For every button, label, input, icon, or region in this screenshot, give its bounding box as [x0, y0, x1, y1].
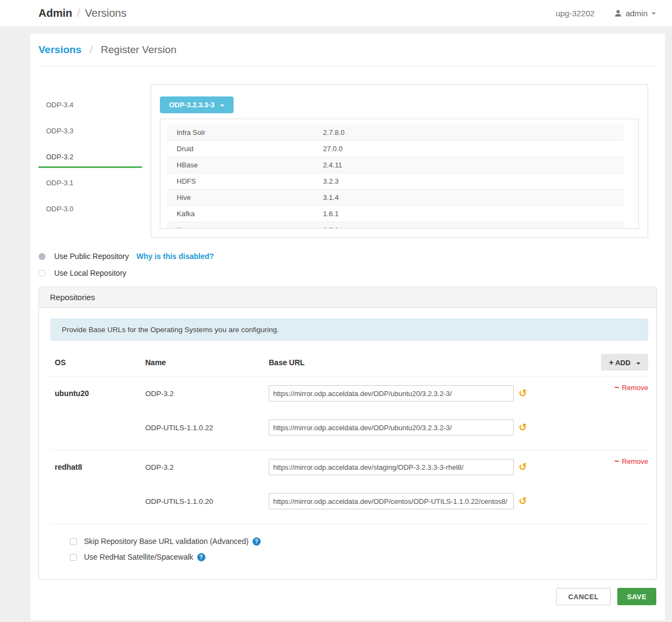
public-repository-radio[interactable] [38, 253, 46, 260]
repo-name: ODP-3.2 [145, 463, 269, 471]
local-repository-radio[interactable] [38, 270, 46, 277]
skip-validation-option: Skip Repository Base URL validation (Adv… [70, 537, 648, 546]
base-url-input[interactable] [269, 385, 514, 401]
base-url-input[interactable] [269, 493, 514, 509]
undo-icon[interactable]: ↺ [519, 423, 527, 432]
topbar: Admin / Versions upg-32202 admin [0, 0, 672, 27]
nav-item-odp-3-0[interactable]: ODP-3.0 [38, 199, 142, 220]
nav-item-odp-3-3[interactable]: ODP-3.3 [38, 121, 142, 142]
help-icon[interactable]: ? [253, 537, 261, 546]
repo-name: ODP-3.2 [145, 390, 269, 398]
service-version: 3.2.3 [323, 177, 339, 185]
service-name: Hive [167, 193, 323, 202]
advanced-options: Skip Repository Base URL validation (Adv… [70, 537, 648, 561]
os-label: redhat8 [50, 463, 145, 471]
local-repository-label: Use Local Repository [54, 269, 126, 277]
service-name: HBase [167, 161, 323, 169]
save-button[interactable]: SAVE [617, 588, 656, 605]
remove-os-link[interactable]: −Remove [615, 457, 648, 465]
repositories-panel-title: Repositories [39, 287, 656, 308]
minus-icon: − [615, 456, 619, 465]
public-repository-label: Use Public Repository [54, 252, 129, 261]
skip-validation-label: Skip Repository Base URL validation (Adv… [84, 537, 249, 546]
why-disabled-link[interactable]: Why is this disabled? [137, 252, 214, 261]
skip-validation-checkbox[interactable] [70, 538, 77, 545]
footer-actions: CANCEL SAVE [38, 588, 657, 605]
chevron-down-icon [220, 105, 224, 107]
service-version: 2.4.11 [323, 161, 342, 169]
service-name: Kafka [167, 210, 323, 218]
repo-name: ODP-UTILS-1.1.0.20 [145, 497, 269, 506]
repo-row: ODP-UTILS-1.1.0.22 ↺ [50, 419, 648, 436]
app-title: Admin [38, 7, 72, 20]
table-row: Infra Solr 2.7.8.0 [167, 125, 624, 141]
table-row: Hive 3.1.4 [167, 190, 624, 206]
build-version-label: ODP-3.2.3.3-3 [169, 101, 215, 109]
repo-row: ODP-UTILS-1.1.0.20 ↺ [50, 493, 648, 509]
column-header-base-url: Base URL [269, 358, 540, 367]
topbar-separator: / [77, 7, 80, 20]
version-detail-box: ODP-3.2.3.3-3 Infra Solr 2.7.8.0 Druid 2… [151, 84, 648, 238]
chevron-down-icon [636, 362, 641, 365]
user-icon [614, 9, 622, 17]
service-name: Druid [167, 145, 323, 153]
username: admin [625, 9, 648, 18]
service-name: HDFS [167, 177, 323, 185]
nav-item-odp-3-1[interactable]: ODP-3.1 [38, 173, 142, 194]
service-version: 1.6.1 [323, 226, 339, 229]
help-icon[interactable]: ? [197, 553, 205, 561]
table-row: Knox 1.6.1 [167, 222, 624, 229]
local-repository-option: Use Local Repository [38, 269, 657, 277]
os-label: ubuntu20 [50, 389, 145, 398]
register-version-card: Versions / Register Version ODP-3.4 ODP-… [30, 34, 665, 620]
services-table-container[interactable]: Infra Solr 2.7.8.0 Druid 27.0.0 HBase 2.… [160, 119, 639, 229]
repo-table-header: OS Name Base URL +ADD [50, 354, 648, 377]
table-row: HDFS 3.2.3 [167, 173, 624, 190]
minus-icon: − [615, 383, 619, 392]
version-nav: ODP-3.4 ODP-3.3 ODP-3.2 ODP-3.1 ODP-3.0 [38, 95, 142, 238]
base-url-input[interactable] [269, 459, 514, 475]
os-group-redhat8: redhat8 ODP-3.2 ↺ −Remove ODP-UTILS-1.1.… [50, 450, 648, 524]
add-os-button[interactable]: +ADD [601, 354, 648, 371]
nav-item-odp-3-4[interactable]: ODP-3.4 [38, 95, 142, 116]
topbar-right: upg-32202 admin [555, 9, 656, 18]
service-name: Infra Solr [167, 128, 323, 137]
satellite-option: Use RedHat Satellite/Spacewalk ? [70, 553, 648, 561]
repositories-panel: Repositories Provide Base URLs for the O… [38, 287, 657, 580]
remove-os-link[interactable]: −Remove [615, 384, 648, 392]
satellite-checkbox[interactable] [70, 554, 77, 561]
plus-icon: + [609, 358, 613, 367]
repo-row: ubuntu20 ODP-3.2 ↺ −Remove [50, 385, 648, 401]
breadcrumb: Versions / Register Version [38, 34, 657, 66]
cluster-name: upg-32202 [555, 9, 595, 18]
service-version: 2.7.8.0 [323, 128, 345, 137]
info-alert: Provide Base URLs for the Operating Syst… [50, 319, 648, 341]
chevron-down-icon [651, 12, 656, 15]
public-repository-option: Use Public Repository Why is this disabl… [38, 252, 657, 261]
breadcrumb-separator: / [90, 44, 93, 55]
satellite-label: Use RedHat Satellite/Spacewalk [84, 553, 193, 561]
user-menu[interactable]: admin [614, 9, 656, 18]
page-title: Register Version [101, 44, 176, 55]
os-group-ubuntu20: ubuntu20 ODP-3.2 ↺ −Remove ODP-UTILS-1.1… [50, 377, 648, 450]
nav-item-odp-3-2[interactable]: ODP-3.2 [38, 147, 142, 168]
repositories-panel-body: Provide Base URLs for the Operating Syst… [39, 308, 656, 579]
service-version: 27.0.0 [323, 145, 343, 153]
build-version-dropdown[interactable]: ODP-3.2.3.3-3 [160, 96, 234, 113]
topbar-section: Versions [85, 7, 127, 20]
base-url-input[interactable] [269, 419, 514, 436]
column-header-name: Name [145, 358, 269, 367]
column-header-os: OS [50, 358, 145, 367]
service-version: 3.1.4 [323, 193, 339, 202]
table-row: Kafka 1.6.1 [167, 206, 624, 222]
undo-icon[interactable]: ↺ [519, 462, 527, 472]
undo-icon[interactable]: ↺ [519, 496, 527, 506]
cancel-button[interactable]: CANCEL [556, 588, 611, 605]
repo-name: ODP-UTILS-1.1.0.22 [145, 424, 269, 432]
version-chooser-row: ODP-3.4 ODP-3.3 ODP-3.2 ODP-3.1 ODP-3.0 … [38, 84, 657, 238]
table-row: HBase 2.4.11 [167, 157, 624, 173]
undo-icon[interactable]: ↺ [519, 388, 527, 398]
table-row: Druid 27.0.0 [167, 141, 624, 157]
breadcrumb-versions-link[interactable]: Versions [38, 44, 81, 55]
repo-row: redhat8 ODP-3.2 ↺ −Remove [50, 459, 648, 475]
